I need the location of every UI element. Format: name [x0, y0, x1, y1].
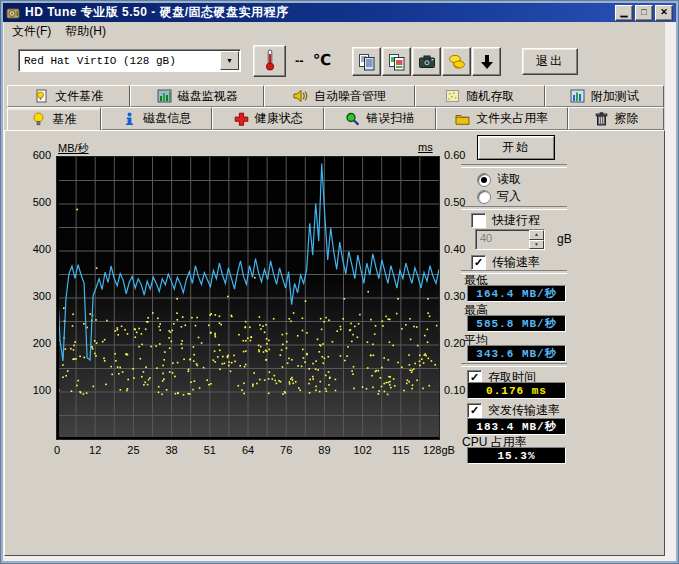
tab-health[interactable]: 健康状态 — [212, 107, 324, 130]
tab-label: 健康状态 — [255, 110, 303, 127]
tab-benchmark[interactable]: 基准 — [7, 107, 101, 130]
start-button-label: 开始 — [502, 139, 530, 156]
separator — [461, 206, 567, 210]
tab-file-benchmark[interactable]: 文件基准 — [7, 85, 130, 107]
temperature-value: -- — [295, 53, 304, 68]
drive-select[interactable]: Red Hat VirtIO (128 gB) ▼ — [18, 49, 241, 72]
separator — [461, 164, 567, 168]
menu-item-file[interactable]: 文件(F) — [5, 23, 58, 39]
exit-button[interactable]: 退出 — [522, 48, 578, 75]
checkbox-checked-icon: ✓ — [471, 255, 486, 270]
transfer-rate-checkbox[interactable]: ✓ 传输速率 — [471, 254, 540, 271]
speaker-icon — [293, 89, 308, 103]
short-stroke-unit: gB — [557, 232, 572, 246]
burst-rate-value: 183.4 MB/秒 — [467, 418, 566, 435]
radio-selected-icon — [477, 173, 491, 187]
toolbar: Red Hat VirtIO (128 gB) ▼ -- ℃ 退出 — [4, 40, 665, 84]
trash-icon — [594, 112, 609, 126]
temperature-unit: ℃ — [313, 51, 331, 69]
x-axis-tick: 12 — [89, 444, 101, 456]
left-axis-tick: 400 — [23, 243, 51, 255]
x-axis-tick: 89 — [318, 444, 330, 456]
left-axis-tick: 100 — [23, 384, 51, 396]
x-axis-tick: 64 — [242, 444, 254, 456]
x-axis-tick: 115 — [392, 444, 410, 456]
bulb-icon — [31, 112, 46, 126]
exit-button-label: 退出 — [536, 53, 564, 70]
left-axis-tick: 600 — [23, 149, 51, 161]
tab-row-primary: 基准磁盘信息健康状态错误扫描文件夹占用率擦除 — [7, 107, 664, 130]
temperature-button[interactable] — [253, 45, 286, 77]
menu-bar: 文件(F)帮助(H) — [4, 22, 665, 40]
short-stroke-checkbox[interactable]: 快捷行程 — [471, 212, 540, 229]
left-axis-tick: 300 — [23, 290, 51, 302]
min-value: 164.4 MB/秒 — [467, 285, 566, 302]
read-radio[interactable]: 读取 — [477, 171, 521, 188]
thermometer-icon — [263, 49, 277, 74]
menu-item-help[interactable]: 帮助(H) — [58, 23, 113, 39]
start-button[interactable]: 开始 — [477, 135, 555, 160]
write-radio-label: 写入 — [497, 188, 521, 205]
tab-erase[interactable]: 擦除 — [568, 107, 664, 130]
page-bulb-icon — [34, 89, 49, 103]
tab-label: 错误扫描 — [366, 110, 414, 127]
tab-label: 擦除 — [615, 110, 639, 127]
x-axis-tick: 0 — [54, 444, 60, 456]
tab-aam[interactable]: 自动噪音管理 — [264, 85, 415, 107]
screenshot-button[interactable] — [412, 47, 441, 76]
tab-label: 基准 — [52, 111, 76, 128]
tab-label: 文件夹占用率 — [476, 110, 548, 127]
tab-label: 自动噪音管理 — [314, 88, 386, 105]
title-bar[interactable]: HD Tune 专业版 5.50 - 硬盘/固态硬盘实用程序 ▁□✕ — [3, 3, 676, 22]
minimize-button[interactable]: ▁ — [615, 5, 633, 21]
avg-value: 343.6 MB/秒 — [467, 345, 566, 362]
x-axis-tick: 38 — [165, 444, 177, 456]
health-icon — [234, 112, 249, 126]
access-time-value: 0.176 ms — [467, 382, 566, 399]
x-axis-tick: 25 — [127, 444, 139, 456]
write-radio[interactable]: 写入 — [477, 188, 521, 205]
x-axis-tick: 128gB — [423, 444, 455, 456]
benchmark-chart — [56, 156, 440, 440]
info-icon — [122, 112, 137, 126]
short-stroke-size-spinner[interactable]: 40 ▲▼ — [475, 229, 545, 250]
chevron-down-icon[interactable]: ▼ — [220, 51, 239, 70]
spinner-up-icon[interactable]: ▲ — [529, 230, 544, 240]
close-button[interactable]: ✕ — [655, 5, 673, 21]
save-button[interactable] — [472, 47, 501, 76]
tab-disk-info[interactable]: 磁盘信息 — [101, 107, 213, 130]
tab-label: 磁盘监视器 — [178, 88, 238, 105]
monitor-chart-icon — [157, 89, 172, 103]
left-axis-unit: MB/秒 — [58, 141, 89, 156]
checkbox-unchecked-icon — [471, 213, 486, 228]
magnifier-icon — [345, 112, 360, 126]
tab-extra-tests[interactable]: 附加测试 — [545, 85, 664, 107]
tab-folder-usage[interactable]: 文件夹占用率 — [436, 107, 568, 130]
tab-random-access[interactable]: 随机存取 — [415, 85, 544, 107]
coins-icon — [448, 53, 466, 71]
download-icon — [478, 53, 496, 71]
random-access-icon — [445, 89, 460, 103]
max-value: 585.8 MB/秒 — [467, 315, 566, 332]
tab-control: 文件基准磁盘监视器自动噪音管理随机存取附加测试 基准磁盘信息健康状态错误扫描文件… — [4, 84, 665, 130]
checkbox-checked-icon: ✓ — [467, 403, 482, 418]
benchmark-panel: MB/秒 ms 6005004003002001000.600.500.400.… — [4, 130, 665, 556]
burst-rate-checkbox[interactable]: ✓ 突发传输速率 — [467, 402, 560, 419]
copy-text-button[interactable] — [352, 47, 381, 76]
x-axis-tick: 102 — [353, 444, 371, 456]
tab-disk-monitor[interactable]: 磁盘监视器 — [130, 85, 263, 107]
right-axis-unit: ms — [418, 141, 433, 153]
drive-select-value: Red Hat VirtIO (128 gB) — [19, 55, 220, 67]
maximize-button[interactable]: □ — [635, 5, 653, 21]
side-panel: 开始 读取 写入 快捷行程 40 ▲▼ gB ✓ 传输速率 — [455, 131, 667, 555]
copy-image-button[interactable] — [382, 47, 411, 76]
window-title: HD Tune 专业版 5.50 - 硬盘/固态硬盘实用程序 — [25, 4, 613, 21]
x-axis-tick: 76 — [280, 444, 292, 456]
tab-error-scan[interactable]: 错误扫描 — [324, 107, 436, 130]
app-window: HD Tune 专业版 5.50 - 硬盘/固态硬盘实用程序 ▁□✕ 文件(F)… — [0, 0, 679, 564]
tab-label: 随机存取 — [466, 88, 514, 105]
spinner-down-icon[interactable]: ▼ — [529, 240, 544, 250]
left-axis-tick: 500 — [23, 196, 51, 208]
x-axis-tick: 51 — [204, 444, 216, 456]
register-button[interactable] — [442, 47, 471, 76]
